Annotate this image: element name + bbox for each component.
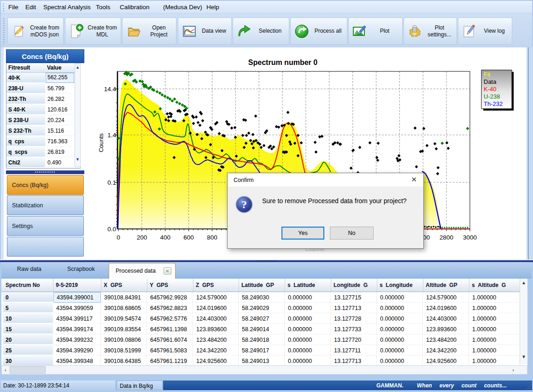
- svg-text:?: ?: [241, 199, 247, 211]
- svg-text:Data: Data: [484, 78, 497, 85]
- svg-text:600: 600: [183, 234, 194, 241]
- svg-text:2800: 2800: [439, 234, 453, 241]
- svg-text:1.4: 1.4: [107, 132, 116, 139]
- svg-text:0.1: 0.1: [107, 179, 116, 186]
- svg-text:14.4: 14.4: [104, 86, 117, 93]
- svg-text:Spectrum number 0: Spectrum number 0: [248, 59, 317, 66]
- svg-text:Th-232: Th-232: [484, 100, 503, 107]
- svg-text:K-40: K-40: [484, 86, 496, 93]
- svg-text:0: 0: [117, 234, 120, 241]
- svg-text:Counts: Counts: [98, 133, 105, 152]
- svg-text:800: 800: [207, 234, 217, 241]
- svg-text:0.0: 0.0: [107, 226, 116, 233]
- svg-text:Fit: Fit: [484, 71, 491, 78]
- svg-text:3000: 3000: [463, 234, 477, 241]
- svg-text:U-238: U-238: [484, 93, 500, 100]
- svg-text:200: 200: [137, 234, 147, 241]
- svg-text:400: 400: [160, 234, 170, 241]
